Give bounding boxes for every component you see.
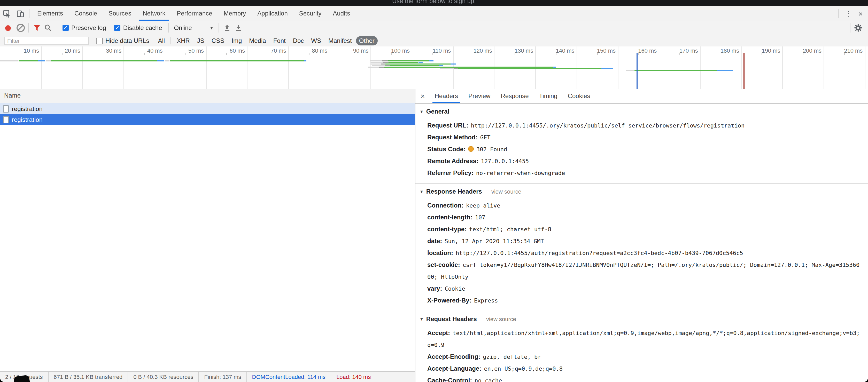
filter-type-ws[interactable]: WS — [308, 36, 324, 45]
name-column-header[interactable]: Name — [0, 89, 415, 103]
waterfall-bar-segment — [372, 65, 385, 66]
header-row: Request URL:http://127.0.0.1:4455/.ory/k… — [427, 120, 862, 132]
toolbar-separator — [219, 23, 219, 33]
disable-cache-label: Disable cache — [123, 24, 162, 32]
filter-type-doc[interactable]: Doc — [290, 36, 307, 45]
document-icon — [3, 105, 9, 112]
checkbox-unchecked-icon[interactable] — [96, 37, 103, 44]
close-devtools-icon[interactable]: × — [856, 9, 868, 18]
devtools-window: Use the form below to sign up. ElementsC… — [0, 0, 868, 382]
checkbox-checked-icon[interactable]: ✓ — [115, 25, 121, 31]
filter-type-media[interactable]: Media — [246, 36, 269, 45]
details-tab-timing[interactable]: Timing — [537, 89, 560, 103]
section-title: Response Headers — [426, 188, 482, 195]
waterfall-bar-segment — [440, 68, 454, 69]
status-item: 671 B / 35.1 KB transferred — [49, 374, 128, 380]
record-network-log-button[interactable] — [5, 25, 11, 31]
tab-security[interactable]: Security — [293, 6, 327, 21]
waterfall-bar-segment — [385, 65, 390, 66]
waterfall-bar-segment — [390, 65, 439, 66]
more-options-icon[interactable]: ⋮ — [841, 9, 856, 18]
checkbox-checked-icon[interactable]: ✓ — [63, 25, 69, 31]
load-line — [743, 53, 744, 89]
details-tab-response[interactable]: Response — [499, 89, 531, 103]
waterfall-bar-segment — [717, 69, 733, 71]
tab-console[interactable]: Console — [69, 6, 103, 21]
preserve-log-checkbox[interactable]: ✓ Preserve log — [63, 24, 106, 32]
filter-input[interactable]: Filter — [4, 37, 89, 45]
header-name: date: — [427, 238, 442, 245]
gear-icon[interactable] — [852, 22, 864, 34]
tab-elements[interactable]: Elements — [32, 6, 69, 21]
section-header[interactable]: ▼Response Headersview source — [427, 186, 862, 198]
close-details-icon[interactable]: × — [415, 92, 429, 100]
tab-memory[interactable]: Memory — [218, 6, 252, 21]
section-header[interactable]: ▼General — [427, 106, 862, 118]
header-value: http://127.0.0.1:4455/.ory/kratos/public… — [471, 123, 745, 129]
header-value: no-referrer-when-downgrade — [476, 170, 565, 177]
details-tab-headers[interactable]: Headers — [432, 89, 460, 103]
tab-audits[interactable]: Audits — [327, 6, 356, 21]
details-tab-preview[interactable]: Preview — [466, 89, 492, 103]
tab-sources[interactable]: Sources — [103, 6, 137, 21]
details-tab-cookies[interactable]: Cookies — [566, 89, 592, 103]
request-row[interactable]: registration — [0, 103, 415, 114]
request-row[interactable]: registration — [0, 114, 415, 125]
status-item: 0 B / 40.3 KB resources — [128, 374, 198, 380]
throttling-select[interactable]: Online ▼ — [174, 24, 214, 32]
request-name: registration — [12, 105, 43, 112]
waterfall-overview — [0, 46, 868, 89]
view-source-link[interactable]: view source — [491, 188, 521, 195]
import-har-icon[interactable] — [221, 22, 233, 34]
tabbar-right-separator — [838, 9, 839, 18]
page-background-strip: Use the form below to sign up. — [0, 0, 868, 6]
search-icon[interactable] — [42, 22, 54, 34]
header-row: Accept:text/html,application/xhtml+xml,a… — [427, 327, 862, 351]
view-source-link[interactable]: view source — [486, 316, 516, 322]
details-tab-bar: × HeadersPreviewResponseTimingCookies — [415, 89, 868, 104]
waterfall-bar-segment — [634, 69, 717, 71]
clear-network-log-icon[interactable] — [15, 22, 26, 34]
section-header[interactable]: ▼Request Headersview source — [427, 313, 862, 325]
tab-application[interactable]: Application — [252, 6, 293, 21]
filter-type-other[interactable]: Other — [356, 36, 378, 45]
inspect-element-icon[interactable] — [0, 7, 13, 20]
network-overview-pane[interactable]: 10 ms20 ms30 ms40 ms50 ms60 ms70 ms80 ms… — [0, 46, 868, 89]
waterfall-bar-segment — [385, 63, 451, 65]
header-row: Remote Address:127.0.0.1:4455 — [427, 155, 862, 167]
header-value: Sun, 12 Apr 2020 11:35:34 GMT — [444, 238, 544, 245]
waterfall-bar-segment — [601, 68, 613, 69]
header-name: set-cookie: — [427, 261, 460, 269]
filter-type-xhr[interactable]: XHR — [174, 36, 193, 45]
export-har-icon[interactable] — [233, 22, 244, 34]
header-row: content-type:text/html; charset=utf-8 — [427, 223, 862, 235]
filter-type-js[interactable]: JS — [194, 36, 208, 45]
throttling-value: Online — [174, 24, 192, 32]
waterfall-bar-segment — [382, 60, 388, 61]
hide-data-urls-checkbox[interactable]: Hide data URLs — [96, 37, 149, 44]
device-toolbar-icon[interactable] — [13, 7, 27, 20]
header-row: date:Sun, 12 Apr 2020 11:35:34 GMT — [427, 235, 862, 247]
filter-type-img[interactable]: Img — [228, 36, 245, 45]
waterfall-bar-segment — [429, 60, 433, 61]
waterfall-bar-segment — [383, 62, 389, 63]
network-filter-bar: Filter Hide data URLs AllXHRJSCSSImgMedi… — [0, 35, 868, 47]
disable-cache-checkbox[interactable]: ✓ Disable cache — [115, 24, 162, 32]
header-name: Accept-Language: — [427, 365, 481, 372]
triangle-down-icon: ▼ — [420, 314, 424, 325]
tab-network[interactable]: Network — [137, 6, 171, 21]
header-name: Accept: — [427, 329, 450, 337]
filter-type-css[interactable]: CSS — [209, 36, 227, 45]
header-row: X-Powered-By:Express — [427, 295, 862, 307]
header-name: content-length: — [427, 214, 472, 221]
headers-content: ▼GeneralRequest URL:http://127.0.0.1:445… — [415, 104, 868, 382]
preserve-log-label: Preserve log — [71, 24, 106, 32]
filter-type-font[interactable]: Font — [270, 36, 289, 45]
status-item: Load: 140 ms — [331, 374, 376, 380]
header-value: GET — [480, 134, 491, 141]
filter-funnel-icon[interactable] — [31, 22, 42, 34]
filter-divider — [170, 37, 171, 44]
filter-type-all[interactable]: All — [155, 36, 168, 45]
tab-performance[interactable]: Performance — [171, 6, 218, 21]
filter-type-manifest[interactable]: Manifest — [325, 36, 355, 45]
